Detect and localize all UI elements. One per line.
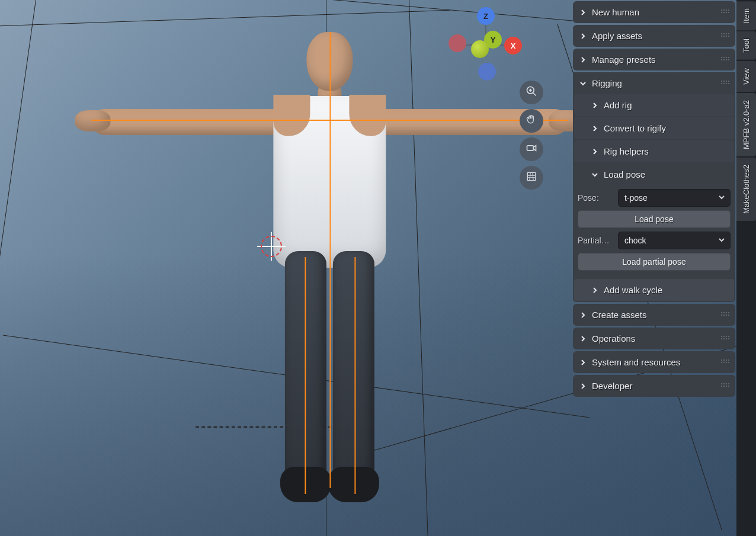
panel-apply-assets[interactable]: Apply assets: [573, 25, 735, 47]
pose-select[interactable]: t-pose: [618, 189, 731, 207]
cursor-3d: [261, 236, 282, 257]
sub-label: Add rig: [604, 100, 632, 110]
gizmo-axis-z[interactable]: Z: [477, 7, 495, 25]
chevron-right-icon: [591, 148, 599, 155]
section-label: Rigging: [592, 78, 622, 88]
sub-label: Rig helpers: [604, 146, 649, 156]
chevron-right-icon: [579, 9, 587, 16]
section-label: Operations: [592, 333, 635, 344]
chevron-right-icon: [579, 359, 587, 366]
chevron-down-icon: [718, 193, 725, 203]
axis-gizmo[interactable]: Z Y X: [447, 5, 524, 82]
svg-rect-5: [527, 172, 535, 180]
chevron-right-icon: [591, 287, 599, 294]
drag-grip-icon[interactable]: [721, 57, 731, 63]
chevron-right-icon: [591, 102, 599, 109]
drag-grip-icon[interactable]: [721, 9, 731, 15]
pose-label: Pose:: [578, 193, 614, 203]
drag-grip-icon[interactable]: [721, 360, 731, 365]
perspective-grid-button[interactable]: [520, 166, 543, 190]
chevron-down-icon: [718, 236, 725, 245]
vtab-item[interactable]: Item: [736, 1, 756, 30]
load-pose-button[interactable]: Load pose: [578, 210, 731, 228]
vtab-view[interactable]: View: [736, 61, 756, 92]
panel-manage-presets[interactable]: Manage presets: [573, 49, 735, 70]
chevron-right-icon: [579, 383, 587, 390]
svg-rect-4: [527, 146, 534, 150]
gizmo-axis-y[interactable]: [471, 40, 489, 58]
chevron-right-icon: [579, 312, 587, 319]
partial-row: Partial… chock: [578, 232, 731, 249]
sub-label: Convert to rigify: [604, 123, 666, 133]
section-label: Manage presets: [592, 54, 656, 65]
load-partial-pose-button[interactable]: Load partial pose: [578, 253, 731, 271]
viewport-tools: [520, 81, 543, 190]
magnify-plus-icon: [526, 85, 537, 100]
panel-create-assets[interactable]: Create assets: [573, 304, 735, 326]
partial-select[interactable]: chock: [618, 232, 731, 249]
pose-row: Pose: t-pose: [578, 189, 731, 207]
gizmo-axis-neg-x[interactable]: [449, 34, 466, 52]
chevron-down-icon: [579, 80, 587, 87]
figure-hand-left: [75, 110, 110, 131]
drag-grip-icon[interactable]: [721, 336, 731, 342]
gizmo-axis-x[interactable]: X: [504, 37, 522, 54]
vtab-tool[interactable]: Tool: [736, 31, 756, 60]
vertical-tabs: Item Tool View MPFB v2.0-a2 MakeClothes2: [736, 0, 756, 536]
figure-boot-right: [328, 467, 379, 502]
rigging-convert-rigify[interactable]: Convert to rigify: [574, 117, 734, 139]
panel-rigging: Rigging Add rig Convert to rigify Rig he…: [573, 72, 735, 302]
chevron-right-icon: [579, 33, 587, 40]
partial-label: Partial…: [578, 236, 614, 245]
camera-icon: [526, 142, 537, 156]
rig-bone-outline: [91, 120, 568, 121]
rigging-rig-helpers[interactable]: Rig helpers: [574, 140, 734, 162]
section-label: Create assets: [592, 310, 647, 320]
svg-line-9: [533, 172, 534, 180]
chevron-down-icon: [591, 171, 599, 178]
drag-grip-icon[interactable]: [721, 81, 731, 86]
drag-grip-icon[interactable]: [721, 33, 731, 39]
rigging-load-pose-header[interactable]: Load pose: [574, 163, 734, 185]
chevron-right-icon: [591, 125, 599, 132]
svg-line-1: [533, 93, 536, 96]
vtab-makeclothes[interactable]: MakeClothes2: [736, 158, 756, 221]
section-label: System and resources: [592, 357, 680, 367]
rig-bone-outline: [329, 32, 331, 488]
panel-operations[interactable]: Operations: [573, 328, 735, 349]
drag-grip-icon[interactable]: [721, 312, 731, 318]
hand-icon: [526, 114, 537, 128]
rigging-load-pose-content: Pose: t-pose Load pose Partial… chock Lo…: [573, 187, 735, 277]
wireframe-edge: [0, 10, 450, 27]
human-figure[interactable]: [87, 32, 572, 518]
section-label: Apply assets: [592, 31, 642, 41]
sub-label: Load pose: [604, 169, 645, 179]
partial-select-value: chock: [624, 236, 646, 245]
section-label: Developer: [592, 381, 632, 391]
gizmo-axis-neg-z[interactable]: [478, 63, 496, 81]
rig-bone-outline: [305, 257, 306, 494]
sub-label: Add walk cycle: [604, 285, 662, 295]
camera-view-button[interactable]: [520, 137, 543, 161]
vtab-mpfb[interactable]: MPFB v2.0-a2: [736, 93, 756, 156]
pan-button[interactable]: [520, 109, 543, 133]
panel-rigging-header[interactable]: Rigging: [573, 72, 735, 94]
side-panel: New human Apply assets Manage presets Ri…: [572, 0, 736, 536]
panel-system-resources[interactable]: System and resources: [573, 351, 735, 373]
rig-bone-outline: [354, 257, 355, 494]
panel-developer[interactable]: Developer: [573, 375, 735, 397]
section-label: New human: [592, 7, 639, 17]
chevron-right-icon: [579, 335, 587, 342]
zoom-button[interactable]: [520, 81, 543, 104]
svg-line-8: [530, 172, 531, 180]
rigging-add-rig[interactable]: Add rig: [574, 94, 734, 116]
pose-select-value: t-pose: [624, 193, 648, 203]
chevron-right-icon: [579, 56, 587, 63]
drag-grip-icon[interactable]: [721, 383, 731, 389]
figure-leg-right: [332, 251, 374, 488]
grid-icon: [526, 171, 537, 185]
panel-new-human[interactable]: New human: [573, 1, 735, 23]
rigging-add-walk-cycle[interactable]: Add walk cycle: [574, 279, 734, 301]
